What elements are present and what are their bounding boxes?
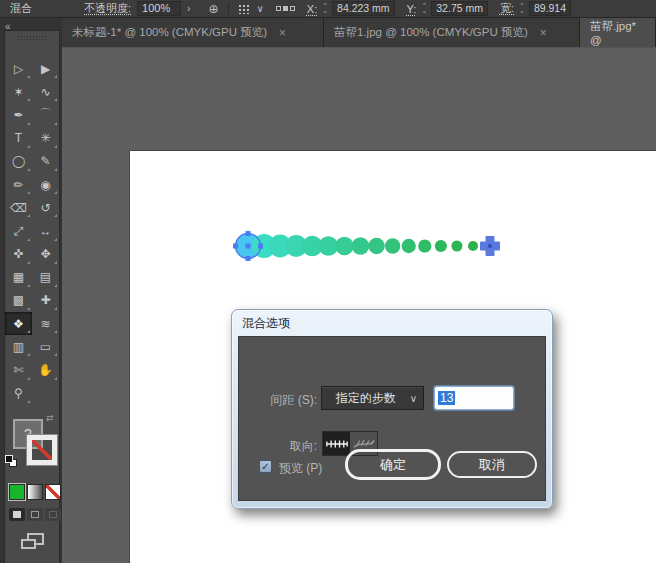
steps-input[interactable]: 13 bbox=[434, 386, 514, 410]
artboard-tool[interactable]: ▭ bbox=[32, 335, 59, 358]
x-stepper[interactable]: ⌃⌄ bbox=[322, 4, 328, 14]
column-graph-tool[interactable]: ▥ bbox=[5, 335, 32, 358]
mesh-tool[interactable]: ▤ bbox=[32, 266, 59, 289]
pencil-tool[interactable]: ✏ bbox=[5, 173, 32, 196]
panel-grip-handle[interactable] bbox=[17, 35, 47, 42]
dialog-title: 混合选项 bbox=[242, 315, 290, 332]
swap-fill-stroke-icon[interactable]: ⇄ bbox=[46, 413, 54, 423]
stroke-swatch-none[interactable] bbox=[27, 435, 57, 465]
gradient-tool[interactable]: ▩ bbox=[5, 289, 32, 312]
snap-grid-icon[interactable] bbox=[237, 3, 250, 14]
canvas[interactable]: 混合选项 间距 (S): 指定的步数 ∨ 13 取向: bbox=[62, 47, 656, 563]
tab-title: 未标题-1* @ 100% (CMYK/GPU 预览) bbox=[72, 25, 267, 40]
width-label[interactable]: 宽: bbox=[500, 1, 514, 16]
eyedropper-tool[interactable]: ✚ bbox=[32, 289, 59, 312]
lasso-tool[interactable]: ∿ bbox=[32, 80, 59, 103]
ellipse-tool[interactable]: ◯ bbox=[5, 150, 32, 173]
document-tab-bar: 未标题-1* @ 100% (CMYK/GPU 预览) × 苗帮1.jpg @ … bbox=[62, 18, 656, 47]
curvature-tool[interactable]: ⌒ bbox=[32, 103, 59, 126]
default-fill-stroke-icon[interactable] bbox=[5, 455, 17, 467]
align-to-page-icon bbox=[326, 437, 348, 451]
blend-tool[interactable]: ❖ bbox=[5, 312, 32, 335]
orientation-label: 取向: bbox=[267, 438, 317, 455]
perspective-grid-tool[interactable]: ▦ bbox=[5, 266, 32, 289]
tab-title: 苗帮1.jpg @ 100% (CMYK/GPU 预览) bbox=[334, 25, 528, 40]
spacing-label: 间距 (S): bbox=[253, 392, 317, 409]
width-stepper[interactable]: ⌃⌄ bbox=[519, 4, 525, 14]
fill-stroke-widget: ? ⇄ bbox=[5, 411, 59, 481]
align-to-page-button[interactable] bbox=[323, 432, 350, 455]
preview-checkbox[interactable]: ✓ bbox=[259, 460, 272, 473]
tab-title: 苗帮.jpg* @ bbox=[590, 19, 645, 46]
ok-button[interactable]: 确定 bbox=[345, 449, 441, 480]
screen-mode-button[interactable] bbox=[21, 533, 45, 551]
x-label[interactable]: X: bbox=[307, 3, 317, 15]
toolbar-divider bbox=[228, 3, 229, 15]
draw-inside-mode-button[interactable] bbox=[45, 508, 61, 521]
selection-tool[interactable]: ▷ bbox=[5, 57, 32, 80]
preview-label: 预览 (P) bbox=[279, 460, 322, 477]
tools-panel: ▷▶✶∿✒⌒T✳◯✎✏◉⌫↺⤢↔✜✥▦▤▩✚❖≋▥▭✄✋⚲ ? ⇄ bbox=[4, 30, 60, 563]
draw-normal-mode-button[interactable] bbox=[9, 508, 25, 521]
magic-wand-tool[interactable]: ✶ bbox=[5, 80, 32, 103]
line-segment-tool[interactable]: ✳ bbox=[32, 127, 59, 150]
tool-rail: « ▷▶✶∿✒⌒T✳◯✎✏◉⌫↺⤢↔✜✥▦▤▩✚❖≋▥▭✄✋⚲ ? ⇄ bbox=[0, 18, 62, 563]
symbol-sprayer-tool[interactable]: ≋ bbox=[32, 312, 59, 335]
slice-tool[interactable]: ✄ bbox=[5, 358, 32, 381]
tool-grid: ▷▶✶∿✒⌒T✳◯✎✏◉⌫↺⤢↔✜✥▦▤▩✚❖≋▥▭✄✋⚲ bbox=[5, 57, 59, 405]
steps-value-selected: 13 bbox=[438, 391, 455, 405]
dialog-body: 间距 (S): 指定的步数 ∨ 13 取向: bbox=[238, 336, 546, 501]
color-mode-row bbox=[9, 484, 61, 500]
zoom-tool[interactable]: ⚲ bbox=[5, 382, 32, 405]
none-button[interactable] bbox=[45, 484, 61, 500]
opacity-value[interactable]: 100% bbox=[137, 1, 181, 16]
tab-untitled-1[interactable]: 未标题-1* @ 100% (CMYK/GPU 预览) × bbox=[62, 18, 324, 47]
tab-miaobang1-jpg[interactable]: 苗帮1.jpg @ 100% (CMYK/GPU 预览) × bbox=[324, 18, 580, 47]
opacity-expand-button[interactable]: › bbox=[187, 3, 190, 14]
blend-options-dialog: 混合选项 间距 (S): 指定的步数 ∨ 13 取向: bbox=[231, 309, 553, 509]
hand-tool[interactable]: ✋ bbox=[32, 358, 59, 381]
color-button[interactable] bbox=[9, 484, 25, 500]
rotate-tool[interactable]: ↺ bbox=[32, 196, 59, 219]
gradient-button[interactable] bbox=[27, 484, 43, 500]
tab-close-icon[interactable]: × bbox=[538, 26, 549, 40]
x-value[interactable]: 84.223 mm bbox=[332, 1, 395, 16]
control-bar: 混合 不透明度: 100% › ⊕ ∨ X: ⌃⌄ 84.223 mm Y: ⌃… bbox=[0, 0, 656, 18]
y-label[interactable]: Y: bbox=[407, 3, 417, 15]
document-setup-icon[interactable]: ⊕ bbox=[208, 2, 218, 16]
opacity-label[interactable]: 不透明度: bbox=[84, 1, 131, 16]
pen-tool[interactable]: ✒ bbox=[5, 103, 32, 126]
scale-tool[interactable]: ⤢ bbox=[5, 219, 32, 242]
type-tool[interactable]: T bbox=[5, 127, 32, 150]
cancel-button[interactable]: 取消 bbox=[447, 451, 537, 478]
width-value[interactable]: 89.914 bbox=[529, 1, 571, 16]
free-transform-tool[interactable]: ✥ bbox=[32, 243, 59, 266]
align-icon[interactable] bbox=[276, 6, 295, 11]
dialog-titlebar[interactable]: 混合选项 bbox=[232, 310, 552, 336]
tab-close-icon[interactable]: × bbox=[277, 26, 288, 40]
spacing-selected-value: 指定的步数 bbox=[322, 390, 410, 407]
puppet-warp-tool[interactable]: ✜ bbox=[5, 243, 32, 266]
blob-brush-tool[interactable]: ◉ bbox=[32, 173, 59, 196]
eraser-tool[interactable]: ⌫ bbox=[5, 196, 32, 219]
tab-miaobang-jpg[interactable]: 苗帮.jpg* @ bbox=[580, 18, 656, 47]
width-tool[interactable]: ↔ bbox=[32, 219, 59, 242]
spacing-select[interactable]: 指定的步数 ∨ bbox=[321, 386, 424, 410]
y-value[interactable]: 32.75 mm bbox=[431, 1, 488, 16]
chevron-down-icon: ∨ bbox=[410, 393, 417, 404]
y-stepper[interactable]: ⌃⌄ bbox=[421, 4, 427, 14]
direct-selection-tool[interactable]: ▶ bbox=[32, 57, 59, 80]
screen-mode-icon bbox=[21, 539, 36, 549]
illustrator-window: 混合 不透明度: 100% › ⊕ ∨ X: ⌃⌄ 84.223 mm Y: ⌃… bbox=[0, 0, 656, 563]
paintbrush-tool[interactable]: ✎ bbox=[32, 150, 59, 173]
draw-behind-mode-button[interactable] bbox=[27, 508, 43, 521]
drawing-mode-row bbox=[9, 508, 61, 521]
context-label: 混合 bbox=[10, 1, 32, 16]
snap-grid-dropdown-icon[interactable]: ∨ bbox=[256, 3, 263, 14]
